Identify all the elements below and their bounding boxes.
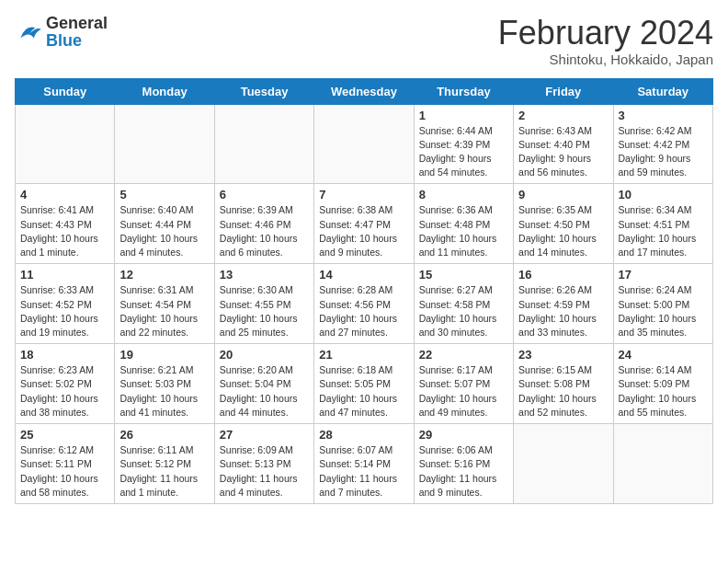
calendar-cell	[214, 104, 313, 184]
day-info: Sunrise: 6:17 AM Sunset: 5:07 PM Dayligh…	[419, 363, 508, 419]
calendar-cell: 13Sunrise: 6:30 AM Sunset: 4:55 PM Dayli…	[214, 264, 313, 344]
calendar-week-row: 1Sunrise: 6:44 AM Sunset: 4:39 PM Daylig…	[16, 104, 713, 184]
calendar-cell: 20Sunrise: 6:20 AM Sunset: 5:04 PM Dayli…	[214, 344, 313, 424]
day-number: 9	[518, 188, 608, 201]
calendar-cell: 19Sunrise: 6:21 AM Sunset: 5:03 PM Dayli…	[115, 344, 214, 424]
day-header-monday: Monday	[115, 78, 214, 104]
day-info: Sunrise: 6:07 AM Sunset: 5:14 PM Dayligh…	[319, 443, 408, 500]
day-number: 4	[20, 188, 109, 201]
day-number: 16	[518, 268, 608, 282]
day-info: Sunrise: 6:14 AM Sunset: 5:09 PM Dayligh…	[619, 363, 708, 419]
calendar-week-row: 11Sunrise: 6:33 AM Sunset: 4:52 PM Dayli…	[16, 264, 713, 344]
calendar-cell: 24Sunrise: 6:14 AM Sunset: 5:09 PM Dayli…	[613, 344, 712, 424]
day-header-tuesday: Tuesday	[214, 78, 313, 104]
day-info: Sunrise: 6:43 AM Sunset: 4:40 PM Dayligh…	[518, 124, 608, 180]
day-info: Sunrise: 6:18 AM Sunset: 5:05 PM Dayligh…	[319, 363, 408, 419]
day-number: 7	[319, 188, 408, 201]
day-info: Sunrise: 6:39 AM Sunset: 4:46 PM Dayligh…	[220, 203, 309, 259]
calendar-cell: 18Sunrise: 6:23 AM Sunset: 5:02 PM Dayli…	[16, 344, 115, 424]
day-number: 13	[220, 268, 309, 282]
day-info: Sunrise: 6:23 AM Sunset: 5:02 PM Dayligh…	[20, 363, 109, 419]
calendar-cell: 29Sunrise: 6:06 AM Sunset: 5:16 PM Dayli…	[414, 424, 513, 504]
days-of-week-row: SundayMondayTuesdayWednesdayThursdayFrid…	[16, 78, 713, 104]
page-header: General Blue February 2024 Shintoku, Hok…	[15, 15, 713, 67]
calendar-cell: 9Sunrise: 6:35 AM Sunset: 4:50 PM Daylig…	[514, 184, 613, 264]
calendar-cell: 2Sunrise: 6:43 AM Sunset: 4:40 PM Daylig…	[514, 104, 613, 184]
calendar-cell: 21Sunrise: 6:18 AM Sunset: 5:05 PM Dayli…	[314, 344, 414, 424]
day-header-saturday: Saturday	[613, 78, 712, 104]
day-header-thursday: Thursday	[414, 78, 513, 104]
logo-blue-text: Blue	[46, 32, 108, 50]
day-number: 11	[20, 268, 109, 282]
calendar-cell: 26Sunrise: 6:11 AM Sunset: 5:12 PM Dayli…	[115, 424, 214, 504]
day-info: Sunrise: 6:35 AM Sunset: 4:50 PM Dayligh…	[518, 203, 608, 259]
day-info: Sunrise: 6:34 AM Sunset: 4:51 PM Dayligh…	[619, 203, 708, 259]
calendar-cell: 28Sunrise: 6:07 AM Sunset: 5:14 PM Dayli…	[314, 424, 414, 504]
day-number: 18	[20, 348, 109, 362]
logo-bird-icon	[15, 17, 44, 47]
day-number: 21	[319, 348, 408, 362]
day-info: Sunrise: 6:30 AM Sunset: 4:55 PM Dayligh…	[220, 283, 309, 339]
day-number: 28	[319, 428, 408, 442]
day-info: Sunrise: 6:15 AM Sunset: 5:08 PM Dayligh…	[518, 363, 608, 419]
day-info: Sunrise: 6:31 AM Sunset: 4:54 PM Dayligh…	[119, 283, 209, 339]
calendar-cell: 8Sunrise: 6:36 AM Sunset: 4:48 PM Daylig…	[414, 184, 513, 264]
day-info: Sunrise: 6:40 AM Sunset: 4:44 PM Dayligh…	[119, 203, 209, 259]
calendar-cell: 1Sunrise: 6:44 AM Sunset: 4:39 PM Daylig…	[414, 104, 513, 184]
calendar-body: 1Sunrise: 6:44 AM Sunset: 4:39 PM Daylig…	[16, 104, 713, 503]
calendar-cell	[115, 104, 214, 184]
logo-general-text: General	[46, 15, 108, 32]
calendar-cell: 10Sunrise: 6:34 AM Sunset: 4:51 PM Dayli…	[613, 184, 712, 264]
calendar-cell: 5Sunrise: 6:40 AM Sunset: 4:44 PM Daylig…	[115, 184, 214, 264]
day-info: Sunrise: 6:21 AM Sunset: 5:03 PM Dayligh…	[119, 363, 209, 419]
day-number: 15	[419, 268, 508, 282]
day-info: Sunrise: 6:26 AM Sunset: 4:59 PM Dayligh…	[518, 283, 608, 339]
calendar-cell: 7Sunrise: 6:38 AM Sunset: 4:47 PM Daylig…	[314, 184, 414, 264]
day-number: 25	[20, 428, 109, 442]
day-number: 10	[619, 188, 708, 201]
calendar-cell: 14Sunrise: 6:28 AM Sunset: 4:56 PM Dayli…	[314, 264, 414, 344]
calendar-cell	[314, 104, 414, 184]
day-number: 29	[419, 428, 508, 442]
calendar-cell: 23Sunrise: 6:15 AM Sunset: 5:08 PM Dayli…	[514, 344, 613, 424]
calendar-week-row: 25Sunrise: 6:12 AM Sunset: 5:11 PM Dayli…	[16, 424, 713, 504]
day-number: 27	[220, 428, 309, 442]
calendar-cell: 6Sunrise: 6:39 AM Sunset: 4:46 PM Daylig…	[214, 184, 313, 264]
calendar-cell: 22Sunrise: 6:17 AM Sunset: 5:07 PM Dayli…	[414, 344, 513, 424]
day-info: Sunrise: 6:24 AM Sunset: 5:00 PM Dayligh…	[619, 283, 708, 339]
calendar-cell: 4Sunrise: 6:41 AM Sunset: 4:43 PM Daylig…	[16, 184, 115, 264]
day-number: 24	[619, 348, 708, 362]
day-number: 8	[419, 188, 508, 201]
day-info: Sunrise: 6:33 AM Sunset: 4:52 PM Dayligh…	[20, 283, 109, 339]
day-number: 20	[220, 348, 309, 362]
day-number: 23	[518, 348, 608, 362]
day-number: 19	[119, 348, 209, 362]
day-number: 22	[419, 348, 508, 362]
day-info: Sunrise: 6:38 AM Sunset: 4:47 PM Dayligh…	[319, 203, 408, 259]
day-number: 12	[119, 268, 209, 282]
calendar-cell: 17Sunrise: 6:24 AM Sunset: 5:00 PM Dayli…	[613, 264, 712, 344]
calendar-subtitle: Shintoku, Hokkaido, Japan	[498, 52, 713, 67]
calendar-cell: 3Sunrise: 6:42 AM Sunset: 4:42 PM Daylig…	[613, 104, 712, 184]
calendar-cell: 11Sunrise: 6:33 AM Sunset: 4:52 PM Dayli…	[16, 264, 115, 344]
day-number: 3	[619, 109, 708, 122]
calendar-cell: 12Sunrise: 6:31 AM Sunset: 4:54 PM Dayli…	[115, 264, 214, 344]
day-info: Sunrise: 6:06 AM Sunset: 5:16 PM Dayligh…	[419, 443, 508, 500]
day-info: Sunrise: 6:27 AM Sunset: 4:58 PM Dayligh…	[419, 283, 508, 339]
calendar-header: SundayMondayTuesdayWednesdayThursdayFrid…	[16, 78, 713, 104]
calendar-cell: 27Sunrise: 6:09 AM Sunset: 5:13 PM Dayli…	[214, 424, 313, 504]
day-info: Sunrise: 6:36 AM Sunset: 4:48 PM Dayligh…	[419, 203, 508, 259]
calendar-cell	[514, 424, 613, 504]
day-header-wednesday: Wednesday	[314, 78, 414, 104]
logo: General Blue	[15, 15, 108, 50]
calendar-week-row: 4Sunrise: 6:41 AM Sunset: 4:43 PM Daylig…	[16, 184, 713, 264]
calendar-title: February 2024	[498, 15, 713, 52]
day-header-sunday: Sunday	[16, 78, 115, 104]
day-info: Sunrise: 6:20 AM Sunset: 5:04 PM Dayligh…	[220, 363, 309, 419]
day-info: Sunrise: 6:44 AM Sunset: 4:39 PM Dayligh…	[419, 124, 508, 180]
day-number: 2	[518, 109, 608, 122]
calendar-week-row: 18Sunrise: 6:23 AM Sunset: 5:02 PM Dayli…	[16, 344, 713, 424]
calendar-cell	[16, 104, 115, 184]
day-info: Sunrise: 6:28 AM Sunset: 4:56 PM Dayligh…	[319, 283, 408, 339]
day-number: 14	[319, 268, 408, 282]
